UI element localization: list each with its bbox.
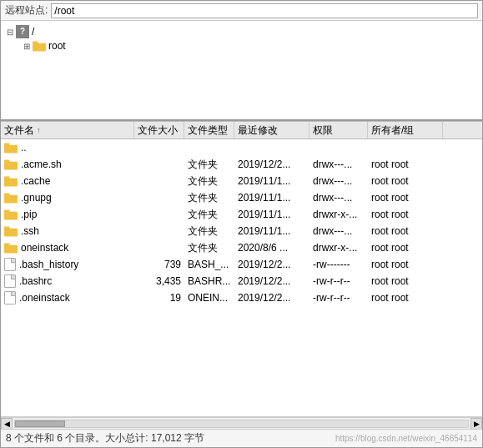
- file-cell-owner: root root: [368, 175, 443, 187]
- tree-toggle-root-folder[interactable]: ⊞: [21, 40, 33, 52]
- table-row[interactable]: .bash_history739BASH_...2019/12/2...-rw-…: [1, 256, 482, 273]
- file-name-text: ..: [21, 142, 27, 154]
- file-cell-permissions: drwx---...: [309, 175, 368, 187]
- file-cell-lastmod: 2019/11/1...: [234, 192, 309, 204]
- file-name-text: .cache: [21, 175, 50, 187]
- svg-rect-13: [4, 226, 9, 229]
- file-cell-owner: root root: [368, 192, 443, 204]
- table-row[interactable]: oneinstack文件夹2020/8/6 ...drwxr-x-...root…: [1, 239, 482, 256]
- file-list-body: ...acme.sh文件夹2019/12/2...drwx---...root …: [1, 139, 482, 416]
- file-cell-permissions: drwx---...: [309, 159, 368, 170]
- file-cell-lastmod: 2019/12/2...: [234, 159, 309, 170]
- file-cell-lastmod: 2019/11/1...: [234, 209, 309, 220]
- col-header-permissions[interactable]: 权限: [309, 122, 368, 138]
- svg-rect-3: [4, 143, 9, 146]
- file-name-text: .gnupg: [21, 192, 52, 204]
- folder-icon: [4, 242, 18, 254]
- file-name-text: .pip: [21, 209, 37, 220]
- table-row[interactable]: .bashrc3,435BASHR...2019/12/2...-rw-r--r…: [1, 273, 482, 289]
- hscroll-left-button[interactable]: ◀: [1, 418, 13, 430]
- hscroll-right-button[interactable]: ▶: [470, 418, 482, 430]
- hscroll-bar[interactable]: ◀ ▶: [1, 417, 482, 429]
- file-icon: [4, 291, 16, 305]
- main-window: 远程站点: ⊟ ? / ⊞ root 文件名 ↑ 文件大小: [0, 0, 483, 448]
- file-cell-owner: root root: [368, 242, 443, 254]
- file-cell-permissions: -rw-r--r--: [309, 275, 368, 287]
- hscroll-track[interactable]: [14, 420, 469, 428]
- file-cell-lastmod: 2019/12/2...: [234, 292, 309, 304]
- watermark-text: https://blog.csdn.net/weixin_46654114: [335, 434, 477, 443]
- file-list-panel: 文件名 ↑ 文件大小 文件类型 最近修改 权限 所有者/组 ...acme.sh…: [1, 121, 482, 417]
- file-list-header: 文件名 ↑ 文件大小 文件类型 最近修改 权限 所有者/组: [1, 121, 482, 139]
- svg-rect-7: [4, 176, 9, 179]
- remote-path-bar: 远程站点:: [1, 1, 482, 21]
- remote-path-input[interactable]: [51, 3, 478, 18]
- file-cell-name: ..: [1, 142, 134, 154]
- file-cell-type: 文件夹: [184, 241, 234, 255]
- file-name-text: .bashrc: [19, 275, 52, 287]
- svg-rect-1: [33, 41, 38, 44]
- file-cell-owner: root root: [368, 259, 443, 270]
- col-header-filesize[interactable]: 文件大小: [134, 122, 184, 138]
- file-cell-name: .gnupg: [1, 192, 134, 204]
- folder-icon: [4, 175, 18, 187]
- file-cell-name: .ssh: [1, 225, 134, 237]
- file-cell-lastmod: 2019/12/2...: [234, 275, 309, 287]
- table-row[interactable]: .oneinstack19ONEIN...2019/12/2...-rw-r--…: [1, 289, 482, 306]
- table-row[interactable]: .ssh文件夹2019/11/1...drwx---...root root: [1, 223, 482, 239]
- file-cell-permissions: drwx---...: [309, 225, 368, 237]
- tree-item-root-slash[interactable]: ⊟ ? /: [1, 24, 482, 39]
- tree-item-root-folder[interactable]: ⊞ root: [1, 39, 482, 53]
- file-name-text: .bash_history: [19, 259, 78, 270]
- file-cell-owner: root root: [368, 209, 443, 220]
- file-cell-type: 文件夹: [184, 158, 234, 172]
- file-cell-type: BASH_...: [184, 259, 234, 270]
- file-cell-size: 19: [134, 292, 184, 304]
- file-name-text: .oneinstack: [19, 292, 70, 304]
- file-cell-permissions: drwxr-x-...: [309, 242, 368, 254]
- file-cell-owner: root root: [368, 275, 443, 287]
- question-icon: ?: [16, 25, 29, 38]
- file-cell-type: 文件夹: [184, 224, 234, 239]
- file-cell-type: 文件夹: [184, 208, 234, 222]
- file-cell-name: oneinstack: [1, 242, 134, 254]
- table-row[interactable]: .cache文件夹2019/11/1...drwx---...root root: [1, 173, 482, 189]
- file-cell-name: .acme.sh: [1, 159, 134, 170]
- hscroll-thumb[interactable]: [15, 420, 65, 427]
- file-cell-lastmod: 2019/12/2...: [234, 259, 309, 270]
- file-cell-lastmod: 2020/8/6 ...: [234, 242, 309, 254]
- table-row[interactable]: .gnupg文件夹2019/11/1...drwx---...root root: [1, 189, 482, 206]
- col-header-lastmod[interactable]: 最近修改: [234, 122, 309, 138]
- col-header-owner[interactable]: 所有者/组: [368, 122, 443, 138]
- file-cell-name: .bash_history: [1, 258, 134, 271]
- file-name-text: oneinstack: [21, 242, 68, 254]
- folder-icon: [4, 209, 18, 220]
- file-cell-owner: root root: [368, 225, 443, 237]
- file-cell-permissions: drwxr-x-...: [309, 209, 368, 220]
- svg-rect-9: [4, 193, 9, 196]
- svg-rect-15: [4, 243, 9, 246]
- file-cell-owner: root root: [368, 292, 443, 304]
- file-cell-name: .cache: [1, 175, 134, 187]
- remote-path-label: 远程站点:: [5, 3, 48, 18]
- svg-rect-5: [4, 159, 9, 163]
- file-cell-permissions: -rw-------: [309, 259, 368, 270]
- file-cell-name: .pip: [1, 209, 134, 220]
- table-row[interactable]: .acme.sh文件夹2019/12/2...drwx---...root ro…: [1, 156, 482, 173]
- col-header-filetype[interactable]: 文件类型: [184, 122, 234, 138]
- table-row[interactable]: ..: [1, 139, 482, 156]
- file-cell-lastmod: 2019/11/1...: [234, 175, 309, 187]
- status-text: 8 个文件和 6 个目录。大小总计: 17,012 字节: [6, 431, 204, 445]
- file-cell-permissions: -rw-r--r--: [309, 292, 368, 304]
- status-bar: 8 个文件和 6 个目录。大小总计: 17,012 字节 https://blo…: [1, 429, 482, 447]
- file-name-text: .ssh: [21, 225, 39, 237]
- folder-icon: [4, 142, 18, 154]
- file-cell-type: 文件夹: [184, 191, 234, 205]
- table-row[interactable]: .pip文件夹2019/11/1...drwxr-x-...root root: [1, 206, 482, 223]
- tree-toggle-root-slash[interactable]: ⊟: [4, 26, 16, 38]
- file-cell-type: ONEIN...: [184, 292, 234, 304]
- col-header-filename[interactable]: 文件名 ↑: [1, 122, 134, 138]
- tree-label-root-folder: root: [48, 40, 66, 52]
- file-icon: [4, 274, 16, 288]
- sort-arrow-filename: ↑: [37, 126, 41, 134]
